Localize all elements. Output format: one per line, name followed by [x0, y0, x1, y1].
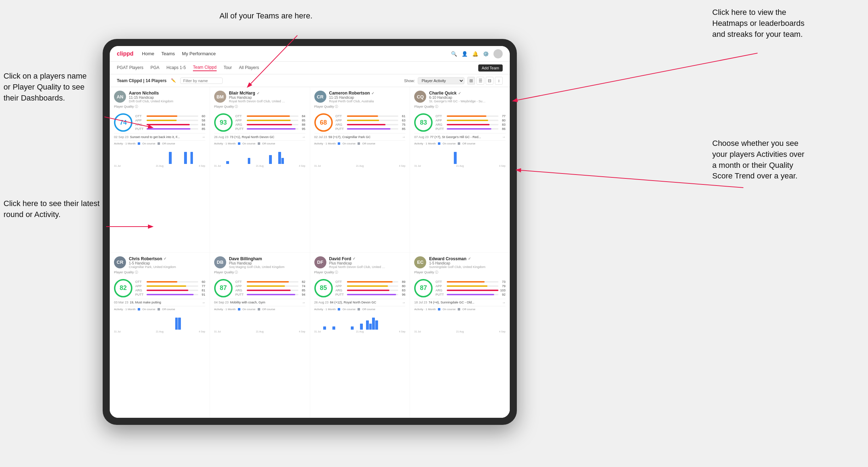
filter-button[interactable]: ⊟: [486, 77, 493, 85]
show-select[interactable]: Player Activity Quality Score Trend: [418, 77, 464, 84]
quality-section: 82 OTT 60 APP 77 ARG 81 PUTT: [114, 279, 205, 297]
quality-section: 85 OTT 89 APP 80 ARG 83 PUTT: [314, 279, 406, 297]
tab-hcaps[interactable]: Hcaps 1-5: [166, 65, 186, 71]
latest-round[interactable]: 18 Jul 23 74 (+4), Sunningdale GC - Old.…: [414, 299, 506, 304]
tablet-screen: clippd Home Teams My Performance 🔍 👤 🔔 ⚙…: [110, 46, 510, 418]
nav-performance[interactable]: My Performance: [182, 51, 216, 56]
stat-row: ARG 83: [435, 123, 506, 126]
latest-round[interactable]: 26 Aug 23 73 (+1), Royal North Devon GC …: [214, 133, 305, 139]
quality-circle[interactable]: 82: [114, 279, 132, 297]
latest-arrow[interactable]: →: [202, 135, 205, 139]
latest-round[interactable]: 02 Jul 23 59 (+17), Craigmillar Park GC …: [314, 133, 406, 139]
add-team-button[interactable]: Add Team: [478, 64, 503, 72]
player-avatar: CR: [314, 91, 326, 103]
tab-pga[interactable]: PGA: [150, 65, 159, 71]
latest-arrow[interactable]: →: [402, 301, 405, 304]
quality-circle[interactable]: 85: [314, 279, 333, 297]
player-card[interactable]: EC Edward Crossman ✓ 1-5 Handicap Sunnin…: [410, 253, 510, 418]
off-course-dot: [258, 142, 260, 145]
chart-bar: [369, 324, 372, 330]
stat-row: APP 63: [336, 119, 406, 122]
player-club: St. George's Hill GC - Weybridge - Surr.…: [429, 99, 486, 103]
quality-circle[interactable]: 87: [414, 279, 433, 297]
player-name[interactable]: Aaron Nicholls: [129, 91, 205, 96]
latest-round[interactable]: 26 Aug 23 84 (+12), Royal North Devon GC…: [314, 299, 406, 304]
latest-arrow[interactable]: →: [402, 135, 405, 139]
player-club: Drift Golf Club, United Kingdom: [129, 99, 185, 103]
on-course-label: On course: [442, 308, 456, 311]
tab-pgat[interactable]: PGAT Players: [117, 65, 143, 71]
player-name[interactable]: Chris Robertson ✓: [129, 256, 205, 261]
player-card[interactable]: CQ Charlie Quick ✓ 6-10 Handicap St. Geo…: [410, 87, 510, 252]
player-card[interactable]: BM Blair McHarg ✓ Plus Handicap Royal No…: [210, 87, 310, 252]
nav-home[interactable]: Home: [142, 51, 154, 56]
latest-arrow[interactable]: →: [302, 301, 305, 304]
latest-round[interactable]: 04 Sep 23 Mobility with coach, Gym →: [214, 299, 305, 304]
quality-circle[interactable]: 74: [114, 113, 132, 132]
latest-arrow[interactable]: →: [502, 135, 506, 139]
chart-labels: 31 Jul 21 Aug 4 Sep: [314, 330, 406, 333]
grid-view-button[interactable]: ⊞: [467, 77, 475, 85]
search-icon[interactable]: 🔍: [451, 51, 457, 57]
settings-icon[interactable]: ⚙️: [483, 51, 489, 57]
player-header: DF David Ford ✓ Plus Handicap Royal Nort…: [314, 256, 406, 269]
player-card[interactable]: DB Dave Billingham Plus Handicap Soq Mag…: [210, 253, 310, 418]
latest-arrow[interactable]: →: [502, 301, 506, 304]
player-card[interactable]: CR Cameron Robertson ✓ 11-15 Handicap Ro…: [310, 87, 410, 252]
player-name[interactable]: Dave Billingham: [229, 256, 305, 261]
edit-icon[interactable]: ✏️: [171, 78, 176, 83]
off-course-label: Off course: [462, 308, 475, 311]
activity-title: Activity · 1 Month: [414, 142, 436, 145]
tab-tour[interactable]: Tour: [224, 65, 232, 71]
filter-input[interactable]: [180, 78, 223, 84]
tab-all-players[interactable]: All Players: [239, 65, 259, 71]
quality-circle[interactable]: 87: [214, 279, 233, 297]
on-course-dot: [338, 308, 340, 311]
list-view-button[interactable]: ☰: [476, 77, 484, 85]
tab-team-clippd[interactable]: Team Clippd: [193, 65, 217, 71]
quality-circle[interactable]: 83: [414, 113, 433, 132]
toolbar: Team Clippd | 14 Players ✏️ Show: Player…: [110, 74, 510, 87]
nav-teams[interactable]: Teams: [161, 51, 175, 56]
quality-label: Player Quality ⓘ: [214, 270, 305, 275]
player-name[interactable]: Blair McHarg ✓: [229, 91, 305, 96]
activity-header: Activity · 1 Month On course Off course: [214, 308, 305, 311]
quality-circle[interactable]: 93: [214, 113, 233, 132]
player-avatar: DF: [314, 256, 326, 268]
player-name[interactable]: Cameron Robertson ✓: [329, 91, 406, 96]
player-name[interactable]: Charlie Quick ✓: [429, 91, 506, 96]
player-info: Blair McHarg ✓ Plus Handicap Royal North…: [229, 91, 305, 103]
chart-bar: [454, 152, 457, 164]
sort-button[interactable]: ↕: [495, 77, 503, 85]
player-card[interactable]: DF David Ford ✓ Plus Handicap Royal Nort…: [310, 253, 410, 418]
player-header: CQ Charlie Quick ✓ 6-10 Handicap St. Geo…: [414, 91, 506, 103]
latest-arrow[interactable]: →: [202, 301, 205, 304]
user-icon[interactable]: 👤: [462, 51, 467, 57]
player-card[interactable]: CR Chris Robertson ✓ 1-5 Handicap Craigm…: [110, 253, 210, 418]
quality-circle[interactable]: 68: [314, 113, 333, 132]
stat-row: OTT 61: [336, 114, 406, 118]
stat-row: OTT 60: [135, 114, 205, 118]
bell-icon[interactable]: 🔔: [472, 51, 478, 57]
quality-label: Player Quality ⓘ: [314, 104, 406, 109]
latest-round[interactable]: 02 Sep 23 Sunset round to get back into …: [114, 133, 205, 139]
player-handicap: Plus Handicap: [229, 261, 305, 265]
player-card[interactable]: AN Aaron Nicholls 11-15 Handicap Drift G…: [110, 87, 210, 252]
chart-bar: [372, 318, 375, 330]
player-info: Dave Billingham Plus Handicap Soq Maging…: [229, 256, 305, 269]
avatar[interactable]: [493, 49, 503, 58]
player-name[interactable]: David Ford ✓: [329, 256, 406, 261]
latest-arrow[interactable]: →: [302, 135, 305, 139]
player-name[interactable]: Edward Crossman ✓: [429, 256, 506, 261]
off-course-label: Off course: [462, 142, 475, 145]
chart-bar: [190, 152, 193, 164]
stats-grid: OTT 60 APP 77 ARG 81 PUTT 91: [135, 280, 205, 296]
latest-round[interactable]: 03 Mar 23 19, Must make putting →: [114, 299, 205, 304]
brand-logo[interactable]: clippd: [117, 51, 133, 57]
latest-round[interactable]: 07 Aug 23 77 (+7), St George's Hill GC -…: [414, 133, 506, 139]
stats-grid: OTT 77 APP 80 ARG 83 PUTT 86: [435, 114, 506, 131]
stat-row: PUTT 86: [435, 127, 506, 131]
activity-section: Activity · 1 Month On course Off course …: [214, 140, 305, 167]
latest-text: Mobility with coach, Gym: [230, 301, 301, 304]
quality-label: Player Quality ⓘ: [414, 270, 506, 275]
